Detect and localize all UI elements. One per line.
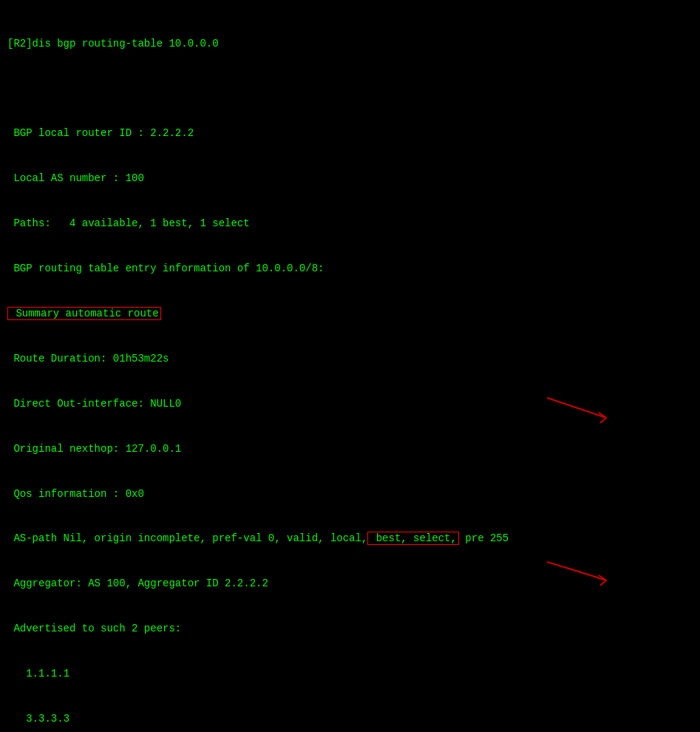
line-4: Local AS number : 100	[7, 171, 693, 186]
line-5: Paths: 4 available, 1 best, 1 select	[7, 216, 693, 231]
line-3: BGP local router ID : 2.2.2.2	[7, 126, 693, 140]
line-6: BGP routing table entry information of 1…	[7, 261, 693, 276]
line-14: Advertised to such 2 peers:	[7, 621, 693, 636]
line-10: Original nexthop: 127.0.0.1	[7, 441, 693, 456]
terminal-output: [R2]dis bgp routing-table 10.0.0.0 BGP l…	[0, 0, 700, 732]
best-select-box: best, select,	[367, 532, 459, 545]
summary-route-box: Summary automatic route	[7, 307, 161, 320]
line-16: 3.3.3.3	[7, 711, 693, 726]
line-7: Summary automatic route	[7, 306, 693, 321]
line-13: Aggregator: AS 100, Aggregator ID 2.2.2.…	[7, 576, 693, 591]
line-8: Route Duration: 01h53m22s	[7, 351, 693, 366]
line-15: 1.1.1.1	[7, 666, 693, 681]
line-11: Qos information : 0x0	[7, 487, 693, 501]
line-1: [R2]dis bgp routing-table 10.0.0.0	[7, 36, 693, 51]
line-9: Direct Out-interface: NULL0	[7, 396, 693, 411]
line-12: AS-path Nil, origin incomplete, pref-val…	[7, 531, 693, 546]
